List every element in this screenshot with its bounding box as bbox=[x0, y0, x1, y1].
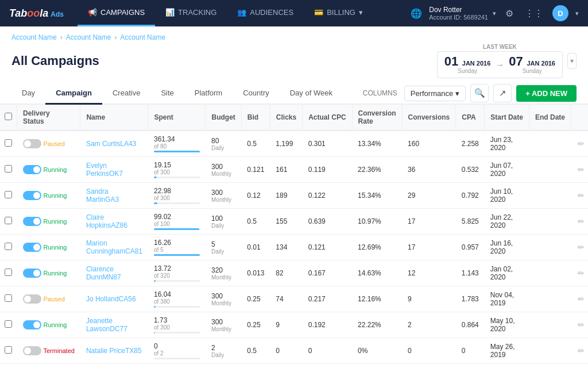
spent-of: of 380 bbox=[154, 298, 200, 305]
status-toggle[interactable] bbox=[23, 294, 41, 304]
breadcrumb-3[interactable]: Account Name bbox=[120, 33, 165, 41]
campaign-name-link[interactable]: Jo HollandCA56 bbox=[86, 295, 136, 303]
breadcrumb-2[interactable]: Account Name bbox=[66, 33, 111, 41]
nav-right: 🌐 Dov Rotter Account ID: 5689241 ▾ ⚙ ⋮⋮ … bbox=[411, 5, 579, 21]
spent-bar bbox=[154, 228, 199, 230]
avatar-dropdown-icon[interactable]: ▾ bbox=[575, 10, 579, 17]
add-new-button[interactable]: + ADD NEW bbox=[516, 85, 577, 102]
grid-icon[interactable]: ⋮⋮ bbox=[523, 6, 546, 21]
row-cpa: 5.825 bbox=[456, 209, 485, 235]
row-cpa: 1.143 bbox=[456, 260, 485, 286]
status-toggle[interactable] bbox=[23, 165, 41, 174]
edit-icon[interactable]: ✏ bbox=[577, 138, 586, 150]
budget-period: Monthly bbox=[211, 300, 235, 306]
page-content: Account Name › Account Name › Account Na… bbox=[0, 26, 588, 368]
row-checkbox[interactable] bbox=[5, 346, 12, 354]
edit-icon[interactable]: ✏ bbox=[577, 241, 586, 253]
row-spent: 361.34 of 80 bbox=[148, 131, 206, 157]
row-checkbox[interactable] bbox=[5, 269, 12, 276]
columns-select[interactable]: Performance ▾ bbox=[404, 86, 466, 101]
avatar[interactable]: D bbox=[552, 5, 568, 21]
row-name: Marion CunninghamCA81 bbox=[80, 235, 148, 260]
status-toggle[interactable] bbox=[23, 320, 41, 329]
tab-campaign[interactable]: Campaign bbox=[45, 83, 102, 105]
edit-icon[interactable]: ✏ bbox=[577, 190, 586, 201]
row-checkbox-cell bbox=[0, 364, 17, 369]
logo-ads-text: Ads bbox=[51, 10, 64, 18]
tab-platform[interactable]: Platform bbox=[184, 83, 233, 105]
row-start-date: Jun 16, 2020 bbox=[485, 235, 529, 260]
globe-icon[interactable]: 🌐 bbox=[411, 8, 422, 19]
row-bid: 0.01 bbox=[241, 235, 270, 260]
row-clicks: 74 bbox=[270, 286, 302, 312]
share-button[interactable]: ↗ bbox=[493, 84, 512, 102]
row-end-date bbox=[529, 260, 571, 286]
row-checkbox[interactable] bbox=[5, 165, 12, 172]
table-row: Running Clarence DunnMN87 13.72 of 320 3… bbox=[0, 260, 588, 286]
edit-icon[interactable]: ✏ bbox=[577, 319, 586, 331]
status-toggle[interactable] bbox=[23, 346, 41, 355]
row-name: Sam CurtisLA43 bbox=[80, 131, 148, 157]
date-start: 01 JAN 2016 Sunday bbox=[444, 55, 491, 74]
row-bid: 0.5 bbox=[241, 338, 270, 364]
search-button[interactable]: 🔍 bbox=[470, 84, 489, 102]
row-checkbox[interactable] bbox=[5, 139, 12, 147]
page-title: All Campaigns bbox=[11, 53, 99, 68]
nav-audiences[interactable]: 👥 AUDIENCES bbox=[227, 0, 304, 26]
tab-day[interactable]: Day bbox=[11, 83, 45, 105]
campaign-name-link[interactable]: Sam CurtisLA43 bbox=[86, 140, 136, 148]
row-conversions: 9 bbox=[402, 286, 456, 312]
columns-label: COLUMNS bbox=[363, 89, 397, 97]
edit-icon[interactable]: ✏ bbox=[577, 216, 586, 227]
select-all-checkbox[interactable] bbox=[5, 113, 12, 120]
spent-of: of 2 bbox=[154, 350, 200, 356]
settings-icon[interactable]: ⚙ bbox=[503, 6, 516, 21]
campaign-name-link[interactable]: Clarence DunnMN87 bbox=[86, 265, 121, 281]
date-range-caret-icon[interactable]: ▾ bbox=[567, 53, 577, 69]
edit-icon[interactable]: ✏ bbox=[577, 293, 586, 305]
budget-value: 300 bbox=[211, 189, 235, 197]
th-conversions: Conversions bbox=[402, 105, 456, 131]
edit-icon[interactable]: ✏ bbox=[577, 164, 586, 175]
row-conv-rate: 15.34% bbox=[352, 183, 402, 209]
tab-country[interactable]: Country bbox=[233, 83, 280, 105]
campaign-name-link[interactable]: Evelyn PerkinsOK7 bbox=[86, 162, 123, 178]
campaign-name-link[interactable]: Sandra MartinGA3 bbox=[86, 187, 119, 204]
row-conv-rate: 0% bbox=[352, 338, 402, 364]
campaign-name-link[interactable]: Marion CunninghamCA81 bbox=[86, 239, 142, 255]
tab-day-of-week[interactable]: Day of Week bbox=[280, 83, 343, 105]
date-range[interactable]: 01 JAN 2016 Sunday → 07 JAN 2016 Sunday bbox=[437, 51, 563, 78]
row-checkbox[interactable] bbox=[5, 217, 12, 224]
row-conv-rate: 22.22% bbox=[352, 312, 402, 338]
tab-creative[interactable]: Creative bbox=[102, 83, 150, 105]
edit-icon[interactable]: ✏ bbox=[577, 267, 586, 279]
row-checkbox[interactable] bbox=[5, 243, 12, 250]
th-spent: Spent bbox=[148, 105, 206, 131]
status-toggle[interactable] bbox=[23, 217, 41, 226]
status-toggle[interactable] bbox=[23, 243, 41, 252]
status-toggle[interactable] bbox=[23, 139, 41, 148]
status-badge: Running bbox=[44, 218, 67, 225]
th-actual-cpc: Actual CPC bbox=[303, 105, 352, 131]
user-dropdown-icon[interactable]: ▾ bbox=[493, 10, 496, 17]
spent-value: 22.98 bbox=[154, 187, 200, 195]
edit-icon[interactable]: ✏ bbox=[577, 345, 586, 356]
campaign-name-link[interactable]: Jeanette LawsonDC77 bbox=[86, 317, 127, 333]
spent-bar-wrap bbox=[154, 306, 200, 308]
th-checkbox bbox=[0, 105, 17, 131]
status-badge: Terminated bbox=[44, 347, 75, 354]
breadcrumb-1[interactable]: Account Name bbox=[11, 33, 57, 41]
campaign-name-link[interactable]: Natalie PriceTX85 bbox=[86, 347, 142, 355]
nav-billing[interactable]: 💳 BILLING ▾ bbox=[304, 0, 373, 26]
row-checkbox[interactable] bbox=[5, 294, 12, 302]
row-checkbox[interactable] bbox=[5, 191, 12, 198]
row-checkbox[interactable] bbox=[5, 320, 12, 328]
row-clicks: 1,199 bbox=[270, 131, 302, 157]
campaign-name-link[interactable]: Claire HopkinsAZ86 bbox=[86, 213, 127, 229]
status-toggle[interactable] bbox=[23, 269, 41, 278]
nav-campaigns[interactable]: 📢 CAMPAIGNS bbox=[78, 0, 155, 26]
row-cpa: 2.258 bbox=[456, 131, 485, 157]
tab-site[interactable]: Site bbox=[150, 83, 184, 105]
status-toggle[interactable] bbox=[23, 191, 41, 200]
nav-tracking[interactable]: 📊 TRACKING bbox=[155, 0, 227, 26]
